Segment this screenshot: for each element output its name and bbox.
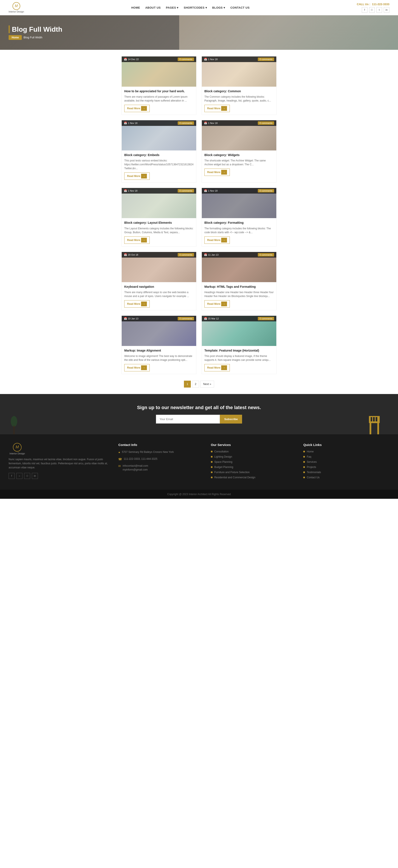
footer-contact: Contact Info ● 5707 Seminary Rd Baileys … xyxy=(118,443,204,481)
nav-shortcodes[interactable]: SHORTCODES ▾ xyxy=(184,6,207,9)
blog-body-2: Block category: Common The Common catego… xyxy=(202,87,276,115)
footer-link-text-4[interactable]: Projects xyxy=(307,466,316,469)
svg-rect-1 xyxy=(13,426,14,434)
breadcrumb-current: Blog Full Width xyxy=(24,36,42,39)
hero-title: Blog Full Width xyxy=(9,25,389,33)
blog-date-6: 📅 1 Nov 18 xyxy=(204,189,218,192)
logo-text: Interior Design xyxy=(9,10,24,13)
footer-services-title: Our Services xyxy=(211,443,297,446)
read-more-btn-4[interactable]: Read More → xyxy=(204,168,230,176)
instagram-icon[interactable]: ☉ xyxy=(369,7,375,13)
blog-excerpt-3: This post tests various embed blocks: ht… xyxy=(124,159,194,170)
footer-contact-title: Contact Info xyxy=(118,443,204,446)
read-more-btn-9[interactable]: Read More → xyxy=(124,364,150,371)
read-more-btn-7[interactable]: Read More → xyxy=(124,300,150,308)
blog-comments-4: 0 comments xyxy=(258,121,274,125)
service-dot-1 xyxy=(211,451,212,453)
read-more-arrow-4: → xyxy=(221,170,227,175)
blog-title-10: Template: Featured Image (Horizontal) xyxy=(204,348,274,352)
nav-pages[interactable]: PAGES ▾ xyxy=(166,6,178,9)
footer-link-testimonials: Testimonials xyxy=(303,471,389,474)
read-more-btn-6[interactable]: Read More → xyxy=(204,237,230,244)
page-btn-1[interactable]: 1 xyxy=(184,381,191,388)
footer-linkedin-icon[interactable]: in xyxy=(32,473,38,479)
nav-home[interactable]: HOME xyxy=(131,6,140,9)
footer-instagram-icon[interactable]: ☉ xyxy=(24,473,30,479)
calendar-icon-6: 📅 xyxy=(204,189,207,192)
read-more-btn-10[interactable]: Read More → xyxy=(204,364,230,371)
blog-comments-2: 0 comments xyxy=(258,58,274,61)
blog-date-2: 📅 1 Nov 18 xyxy=(204,58,218,61)
blog-excerpt-10: This post should display a featured imag… xyxy=(204,354,274,362)
blog-title-2: Block category: Common xyxy=(204,89,274,93)
blog-meta-10: 📅 15 Mar 12 0 comments xyxy=(202,316,276,321)
svg-rect-8 xyxy=(370,417,370,422)
footer-link-text-5[interactable]: Testimonials xyxy=(307,471,321,474)
facebook-icon[interactable]: f xyxy=(362,7,367,13)
blog-body-10: Template: Featured Image (Horizontal) Th… xyxy=(202,346,276,374)
blog-meta-5: 📅 1 Nov 18 0 comments xyxy=(122,188,196,193)
footer-link-text-2[interactable]: Faq xyxy=(307,455,311,458)
breadcrumb-home[interactable]: Home xyxy=(9,35,22,40)
link-dot-5 xyxy=(303,471,305,473)
footer-link-text-3[interactable]: Services xyxy=(307,460,317,463)
blog-date-4: 📅 1 Nov 18 xyxy=(204,122,218,125)
footer-service-text-5: Furniture and Fixture Selection xyxy=(214,471,250,474)
calendar-icon-7: 📅 xyxy=(124,253,127,256)
svg-rect-4 xyxy=(377,423,379,434)
blog-comments-9: 0 comments xyxy=(178,317,194,320)
read-more-arrow-3: → xyxy=(141,174,147,179)
blog-body-6: Block category: Formatting The formattin… xyxy=(202,218,276,246)
read-more-arrow-7: → xyxy=(141,302,147,306)
page-btn-2[interactable]: 2 xyxy=(192,381,199,388)
svg-rect-11 xyxy=(377,417,378,422)
nav-blogs[interactable]: BLOGS ▾ xyxy=(212,6,225,9)
footer-link-text-6[interactable]: Contact Us xyxy=(307,476,320,479)
footer-service-space: Space Planning xyxy=(211,460,297,463)
nav-about[interactable]: ABOUT US xyxy=(145,6,161,9)
svg-rect-10 xyxy=(375,417,375,422)
footer-link-text-1[interactable]: Home xyxy=(307,450,313,453)
footer-pinterest-icon[interactable]: ○ xyxy=(16,473,23,479)
blog-section: 📅 14 Dec 22 0 comments How to be appreci… xyxy=(117,56,281,388)
read-more-arrow-2: → xyxy=(221,106,227,111)
logo[interactable]: M Interior Design xyxy=(9,0,24,15)
read-more-btn-8[interactable]: Read More → xyxy=(204,300,230,308)
footer-link-home: Home xyxy=(303,450,389,453)
newsletter: Sign up to our newsletter and get all of… xyxy=(0,394,398,434)
newsletter-subscribe-btn[interactable]: Subscribe xyxy=(220,415,242,424)
read-more-btn-2[interactable]: Read More → xyxy=(204,105,230,112)
service-dot-6 xyxy=(211,476,212,478)
blog-excerpt-6: The formatting category includes the fol… xyxy=(204,226,274,234)
blog-excerpt-9: Welcome to image alignment! The best way… xyxy=(124,354,194,362)
read-more-btn-3[interactable]: Read More → xyxy=(124,173,150,180)
read-more-btn-5[interactable]: Read More → xyxy=(124,237,150,244)
footer-phone: 111-222-3333, 111-444-3325 xyxy=(124,457,157,461)
newsletter-email-input[interactable] xyxy=(156,415,220,424)
social-icons: f ☉ t in xyxy=(362,7,389,13)
blog-title-9: Markup: Image Alignment xyxy=(124,348,194,352)
footer-facebook-icon[interactable]: f xyxy=(9,473,14,479)
blog-image-10: 📅 15 Mar 12 0 comments xyxy=(202,316,276,346)
blog-title-8: Markup: HTML Tags and Formatting xyxy=(204,285,274,289)
page-next-btn[interactable]: Next » xyxy=(200,381,214,388)
linkedin-icon[interactable]: in xyxy=(384,7,389,13)
phone-icon: ☎ xyxy=(118,457,122,461)
footer-link-projects: Projects xyxy=(303,466,389,469)
blog-image-7: 📅 20 Oct 18 0 comments xyxy=(122,252,196,282)
title-bar xyxy=(9,25,10,33)
newsletter-chair-decoration xyxy=(368,415,381,434)
twitter-icon[interactable]: t xyxy=(376,7,382,13)
blog-meta-3: 📅 1 Nov 18 0 comments xyxy=(122,120,196,126)
nav-contact[interactable]: CONTACT US xyxy=(230,6,250,9)
calendar-icon-5: 📅 xyxy=(124,189,127,192)
read-more-btn-1[interactable]: Read More → xyxy=(124,105,150,112)
blog-title-4: Block category: Widgets xyxy=(204,153,274,157)
blog-date-7: 📅 20 Oct 18 xyxy=(124,253,138,256)
blog-image-1: 📅 14 Dec 22 0 comments xyxy=(122,57,196,87)
blog-date-5: 📅 1 Nov 18 xyxy=(124,189,137,192)
blog-comments-10: 0 comments xyxy=(258,317,274,320)
svg-point-0 xyxy=(11,416,17,427)
footer-service-budget: Budget Planning xyxy=(211,466,297,469)
blog-card-9: 📅 10 Jan 13 0 comments Markup: Image Ali… xyxy=(122,315,196,374)
